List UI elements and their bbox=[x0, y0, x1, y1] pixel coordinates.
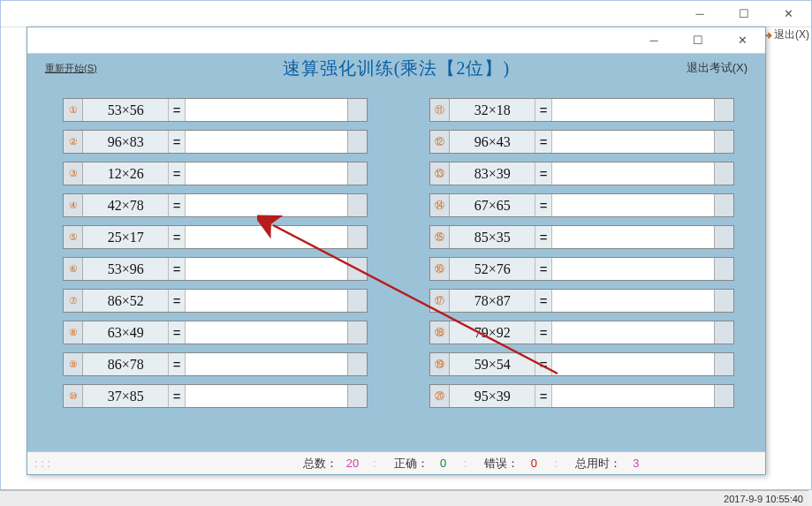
row-tail bbox=[714, 385, 733, 407]
problem-row: ⑱79×92= bbox=[429, 321, 734, 344]
row-tail bbox=[347, 258, 367, 280]
problem-row: ⑬83×39= bbox=[429, 162, 734, 185]
problem-number: ⑤ bbox=[64, 226, 83, 248]
problem-expression: 25×17 bbox=[83, 226, 168, 248]
restart-link[interactable]: 重新开始(S) bbox=[45, 62, 97, 75]
equals-sign: = bbox=[535, 353, 551, 375]
equals-sign: = bbox=[168, 226, 185, 248]
problems-area: ①53×56=②96×83=③12×26=④42×78=⑤25×17=⑥53×9… bbox=[27, 82, 765, 451]
parent-titlebar: ─ ☐ ✕ bbox=[1, 1, 811, 27]
problem-row: ⑩37×85= bbox=[63, 384, 368, 408]
answer-input[interactable] bbox=[552, 99, 714, 121]
answer-input[interactable] bbox=[552, 194, 714, 216]
answer-input[interactable] bbox=[552, 258, 714, 280]
problem-expression: 67×65 bbox=[450, 194, 535, 216]
row-tail bbox=[347, 194, 367, 216]
answer-input[interactable] bbox=[186, 385, 347, 407]
row-tail bbox=[714, 258, 733, 280]
quiz-title: 速算强化训练(乘法【2位】) bbox=[283, 57, 510, 80]
equals-sign: = bbox=[168, 353, 185, 375]
equals-sign: = bbox=[535, 131, 551, 153]
problem-row: ⑧63×49= bbox=[63, 321, 368, 344]
problem-row: ③12×26= bbox=[63, 162, 368, 185]
problem-expression: 86×78 bbox=[83, 353, 168, 375]
answer-input[interactable] bbox=[186, 99, 347, 121]
problem-row: ①53×56= bbox=[63, 98, 368, 122]
answer-input[interactable] bbox=[186, 353, 347, 375]
equals-sign: = bbox=[168, 194, 185, 216]
time-value: 3 bbox=[621, 457, 651, 470]
problem-row: ⑰78×87= bbox=[429, 289, 734, 313]
row-tail bbox=[714, 99, 733, 121]
correct-label: 正确： bbox=[394, 456, 429, 472]
problem-row: ⑳95×39= bbox=[429, 384, 734, 408]
problem-number: ① bbox=[64, 99, 83, 121]
quiz-minimize-button[interactable]: ─ bbox=[636, 30, 672, 51]
wrong-label: 错误： bbox=[484, 456, 519, 472]
problem-expression: 95×39 bbox=[450, 385, 535, 407]
equals-sign: = bbox=[535, 99, 551, 121]
problem-row: ⑭67×65= bbox=[429, 193, 734, 217]
problem-row: ④42×78= bbox=[63, 193, 368, 217]
problem-number: ⑮ bbox=[430, 226, 450, 248]
equals-sign: = bbox=[535, 385, 551, 407]
correct-value: 0 bbox=[429, 457, 459, 470]
problem-expression: 85×35 bbox=[450, 226, 535, 248]
problem-expression: 53×56 bbox=[83, 99, 168, 121]
equals-sign: = bbox=[168, 385, 185, 407]
answer-input[interactable] bbox=[552, 353, 714, 375]
problem-expression: 79×92 bbox=[450, 321, 535, 344]
equals-sign: = bbox=[535, 290, 551, 312]
equals-sign: = bbox=[168, 99, 185, 121]
problem-row: ②96×83= bbox=[63, 130, 368, 154]
equals-sign: = bbox=[168, 131, 185, 153]
answer-input[interactable] bbox=[552, 226, 714, 248]
total-label: 总数： bbox=[303, 456, 338, 472]
problem-number: ② bbox=[64, 131, 83, 153]
equals-sign: = bbox=[168, 258, 185, 280]
row-tail bbox=[347, 226, 367, 248]
answer-input[interactable] bbox=[186, 131, 347, 153]
problem-row: ⑨86×78= bbox=[63, 352, 368, 376]
answer-input[interactable] bbox=[552, 162, 714, 185]
problem-expression: 78×87 bbox=[450, 290, 535, 312]
row-tail bbox=[714, 162, 733, 185]
parent-minimize-button[interactable]: ─ bbox=[682, 4, 717, 25]
parent-close-button[interactable]: ✕ bbox=[770, 4, 806, 25]
answer-input[interactable] bbox=[186, 290, 347, 312]
problem-row: ⑲59×54= bbox=[429, 352, 734, 376]
system-clock: 2017-9-9 10:55:40 bbox=[724, 494, 803, 504]
parent-exit-link[interactable]: ➜ 退出(X) bbox=[763, 27, 809, 42]
answer-input[interactable] bbox=[186, 258, 347, 280]
answer-input[interactable] bbox=[552, 385, 714, 407]
row-tail bbox=[347, 162, 367, 185]
exit-exam-link[interactable]: 退出考试(X) bbox=[687, 60, 747, 76]
answer-input[interactable] bbox=[186, 194, 347, 216]
answer-input[interactable] bbox=[186, 162, 347, 185]
quiz-maximize-button[interactable]: ☐ bbox=[680, 30, 716, 51]
quiz-window: ─ ☐ ✕ 重新开始(S) 速算强化训练(乘法【2位】) 退出考试(X) ①53… bbox=[27, 26, 766, 475]
equals-sign: = bbox=[535, 194, 551, 216]
problem-expression: 59×54 bbox=[450, 353, 535, 375]
problem-expression: 32×18 bbox=[450, 99, 535, 121]
status-left-pad: : : : bbox=[34, 457, 291, 470]
equals-sign: = bbox=[535, 162, 551, 185]
problem-number: ⑪ bbox=[430, 99, 450, 121]
answer-input[interactable] bbox=[186, 226, 347, 248]
row-tail bbox=[347, 385, 367, 407]
quiz-close-button[interactable]: ✕ bbox=[725, 30, 760, 51]
problem-number: ⑬ bbox=[430, 162, 450, 185]
row-tail bbox=[347, 290, 367, 312]
problem-number: ⑳ bbox=[430, 385, 450, 407]
problem-number: ⑫ bbox=[430, 131, 450, 153]
parent-maximize-button[interactable]: ☐ bbox=[726, 4, 762, 25]
answer-input[interactable] bbox=[552, 290, 714, 312]
problem-number: ⑰ bbox=[430, 290, 450, 312]
problem-number: ⑭ bbox=[430, 194, 450, 216]
parent-exit-label: 退出(X) bbox=[774, 27, 809, 42]
time-label: 总用时： bbox=[575, 456, 621, 472]
problem-expression: 83×39 bbox=[450, 162, 535, 185]
answer-input[interactable] bbox=[186, 321, 347, 344]
answer-input[interactable] bbox=[552, 131, 714, 153]
answer-input[interactable] bbox=[552, 321, 714, 344]
